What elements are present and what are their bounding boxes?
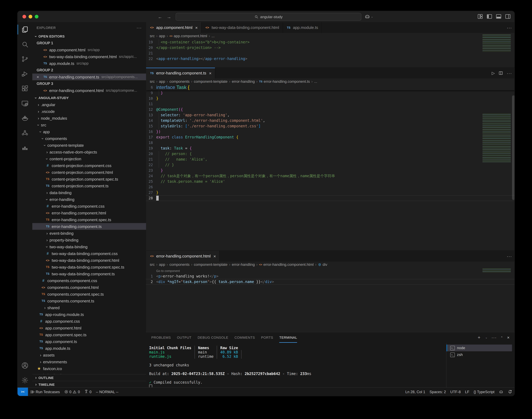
toggle-secondary-sidebar-icon[interactable]: [505, 13, 511, 19]
more-actions-icon[interactable]: ···: [507, 254, 512, 259]
terminal-session-node[interactable]: >_node: [446, 345, 512, 351]
terminal-session-zsh[interactable]: >_zsh: [446, 351, 512, 358]
maximize-window-button[interactable]: [35, 15, 38, 18]
breadcrumb-item[interactable]: src: [150, 262, 155, 267]
code-line-15[interactable]: 15 styleUrls: ['./error-handling.compone…: [146, 123, 515, 129]
code-line-12[interactable]: 12@Component({: [146, 107, 515, 112]
code-line-16[interactable]: 16}): [146, 129, 515, 134]
close-icon[interactable]: ×: [209, 71, 211, 76]
tree-folder-event-binding[interactable]: ›event-binding: [32, 230, 146, 236]
code-line-25[interactable]: 25 // task.person.name = 'Alice': [146, 179, 515, 184]
more-actions-icon[interactable]: ···: [492, 335, 497, 340]
code-line-20[interactable]: 20</app-content-projection> -->: [146, 45, 515, 51]
minimap[interactable]: [482, 114, 511, 163]
run-icon[interactable]: ▷: [492, 71, 495, 75]
breadcrumb-item[interactable]: TSerror-handling.component.ts: [259, 79, 310, 84]
new-terminal-icon[interactable]: ＋: [477, 335, 481, 340]
code-line-22[interactable]: 22 // }: [146, 162, 515, 168]
tree-folder-node_modules[interactable]: ›node_modules: [32, 115, 146, 121]
tab-two-way-data-binding.component.html[interactable]: <>two-way-data-binding.component.html: [202, 22, 283, 33]
activity-item-settings[interactable]: [17, 373, 32, 388]
tree-file-app.component.ts[interactable]: TSapp.component.ts: [32, 338, 146, 345]
code-editor[interactable]: 9 }10}1112@Component({13 selector: 'app-…: [146, 90, 515, 251]
tree-folder-data-binding[interactable]: ›data-binding: [32, 189, 146, 196]
code-line-17[interactable]: 17export class ErrorHandlingComponent {: [146, 134, 515, 140]
code-editor[interactable]: 19 <ng-container class="b">b</ng-contain…: [146, 39, 515, 67]
tree-file-index.html[interactable]: <>index.html: [32, 372, 146, 374]
status-language[interactable]: {} TypeScript: [471, 388, 497, 396]
code-line-13[interactable]: 13 selector: 'app-error-handling',: [146, 112, 515, 118]
breadcrumb-item[interactable]: app: [159, 262, 165, 267]
tree-folder-environments[interactable]: ›environments: [32, 358, 146, 365]
breadcrumb-item[interactable]: <>app.component.html: [169, 34, 207, 38]
open-editor-item[interactable]: TSapp.module.tssrc/app: [32, 60, 146, 67]
tree-folder-error-handling[interactable]: ›error-handling: [32, 196, 146, 203]
breadcrumb[interactable]: src›app›<>app.component.html›...: [146, 33, 515, 39]
status-notifications[interactable]: [506, 388, 515, 396]
breadcrumb-item[interactable]: components: [169, 262, 190, 267]
status-cursor-position[interactable]: Ln 28, Col 1: [403, 388, 427, 396]
tree-file-app-routing.module.ts[interactable]: TSapp-routing.module.ts: [32, 311, 146, 318]
activity-item-source-control[interactable]: [17, 52, 32, 66]
customize-layout-icon[interactable]: [477, 13, 483, 19]
breadcrumb-item[interactable]: error-handling: [232, 262, 255, 267]
tab-error-handling.component.html[interactable]: <>error-handling.component.html×: [146, 251, 220, 262]
breadcrumb[interactable]: src›app›components›component-template›er…: [146, 262, 515, 268]
code-line-26[interactable]: 26: [146, 184, 515, 190]
activity-item-extensions[interactable]: [17, 81, 32, 96]
open-editors-header[interactable]: › OPEN EDITORS: [32, 33, 146, 40]
open-editor-item[interactable]: ×TSerror-handling.component.tssrc/app/co…: [32, 74, 146, 80]
status-vim-mode[interactable]: -- NORMAL --: [94, 388, 121, 396]
codelens-link[interactable]: Go to component: [156, 269, 515, 273]
toggle-primary-sidebar-icon[interactable]: [486, 13, 492, 19]
tree-file-two-way-data-binding.component.ts[interactable]: TStwo-way-data-binding.component.ts: [32, 270, 146, 277]
tab-app.module.ts[interactable]: TSapp.module.ts: [283, 22, 322, 33]
status-copilot[interactable]: [497, 388, 506, 396]
breadcrumb-item[interactable]: src: [150, 34, 155, 38]
sticky-scroll-line[interactable]: 6interface Task {: [146, 85, 515, 90]
code-line-21[interactable]: 21 // name: 'Alice',: [146, 157, 515, 162]
code-line-21[interactable]: 21: [146, 51, 515, 56]
status-eol[interactable]: LF: [463, 388, 471, 396]
close-icon[interactable]: ×: [195, 25, 198, 30]
code-line-28[interactable]: 28: [146, 195, 515, 201]
code-line-11[interactable]: 11: [146, 101, 515, 107]
minimap[interactable]: [482, 34, 511, 52]
tree-folder-property-binding[interactable]: ›property-binding: [32, 236, 146, 243]
code-line-1[interactable]: 1<p>error-handling works!</p>: [146, 274, 515, 279]
terminal-dropdown-icon[interactable]: ⌄: [485, 336, 487, 339]
more-actions-icon[interactable]: ···: [137, 25, 142, 30]
tree-file-app.component.html[interactable]: <>app.component.html: [32, 325, 146, 331]
timeline-header[interactable]: › TIMELINE: [32, 381, 146, 388]
tree-file-two-way-data-binding.component.html[interactable]: <>two-way-data-binding.component.html: [32, 257, 146, 264]
panel-tab-debug-console[interactable]: DEBUG CONSOLE: [198, 332, 228, 343]
status-indentation[interactable]: Spaces: 2: [428, 388, 448, 396]
history-forward-icon[interactable]: →: [167, 14, 171, 19]
tree-file-app.module.ts[interactable]: TSapp.module.ts: [32, 345, 146, 352]
tree-file-app.component.css[interactable]: #app.component.css: [32, 318, 146, 325]
breadcrumb-item[interactable]: src: [150, 79, 155, 84]
open-editor-item[interactable]: <>app.component.htmlsrc/app: [32, 46, 146, 53]
tree-file-two-way-data-binding.component.spec.ts[interactable]: TStwo-way-data-binding.component.spec.ts: [32, 264, 146, 270]
toggle-panel-icon[interactable]: [496, 13, 502, 19]
code-line-19[interactable]: 19 <ng-container class="b">b</ng-contain…: [146, 39, 515, 45]
code-line-27[interactable]: 27}: [146, 190, 515, 195]
tree-file-content-projection.component.css[interactable]: #content-projection.component.css: [32, 162, 146, 169]
tree-folder-component-template[interactable]: ›component-template: [32, 142, 146, 149]
panel-tab-problems[interactable]: PROBLEMS: [151, 332, 171, 343]
code-line-18[interactable]: 18: [146, 140, 515, 145]
code-line-20[interactable]: 20 // person: {: [146, 151, 515, 157]
breadcrumb-item[interactable]: component-template: [194, 262, 228, 267]
tree-file-components.component.ts[interactable]: TScomponents.component.ts: [32, 298, 146, 304]
breadcrumb[interactable]: src›app›components›component-template›er…: [146, 79, 515, 85]
tree-file-error-handling.component.css[interactable]: #error-handling.component.css: [32, 203, 146, 210]
activity-item-kubernetes[interactable]: [17, 126, 32, 140]
tree-file-two-way-data-binding.component.css[interactable]: #two-way-data-binding.component.css: [32, 250, 146, 257]
tree-file-error-handling.component.ts[interactable]: TSerror-handling.component.ts: [32, 223, 146, 230]
breadcrumb-item[interactable]: components: [169, 79, 190, 84]
breadcrumb-item[interactable]: app: [159, 34, 165, 38]
close-window-button[interactable]: [23, 15, 26, 18]
maximize-panel-icon[interactable]: ⌄: [501, 336, 503, 339]
activity-item-explorer[interactable]: [17, 22, 32, 37]
activity-item-remote-explorer[interactable]: [17, 96, 32, 111]
